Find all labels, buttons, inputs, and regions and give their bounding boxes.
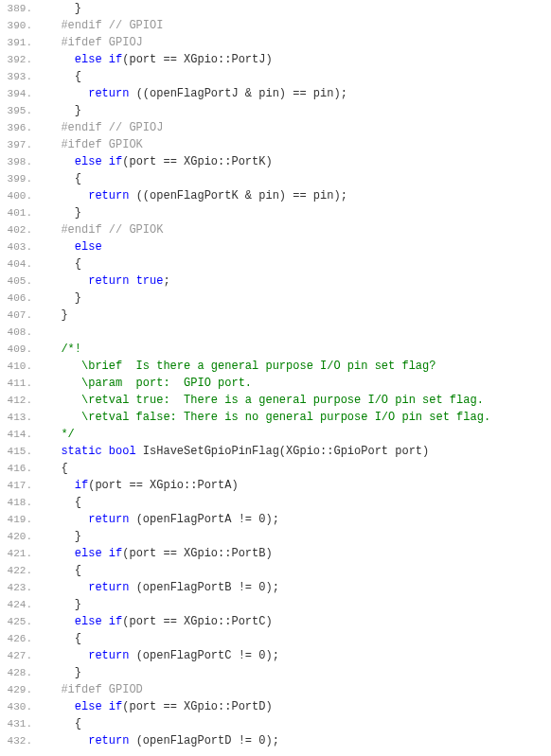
code-line: 431. {: [0, 715, 551, 732]
token-kw: else if: [75, 700, 122, 713]
token-ident: (port == XGpio::PortB): [122, 547, 272, 560]
token-ident: (openFlagPortA != 0);: [129, 513, 278, 526]
code-content: {: [40, 630, 551, 647]
code-line: 395. }: [0, 102, 551, 119]
line-number: 425.: [0, 613, 36, 630]
code-content: else if(port == XGpio::PortK): [40, 153, 551, 170]
code-content: else if(port == XGpio::PortC): [40, 613, 551, 630]
token-ident: (port == XGpio::PortC): [122, 615, 272, 628]
token-ident: [47, 734, 88, 747]
code-line: 427. return (openFlagPortC != 0);: [0, 647, 551, 664]
line-number: 416.: [0, 460, 36, 477]
code-line: 414. */: [0, 426, 551, 443]
code-content: else: [40, 238, 551, 255]
code-line: 407. }: [0, 307, 551, 324]
code-content: #ifdef GPIOJ: [40, 34, 551, 51]
token-doccomment: */: [47, 428, 75, 441]
token-ident: (openFlagPortB != 0);: [129, 581, 278, 594]
line-number: 426.: [0, 630, 36, 647]
line-number: 427.: [0, 647, 36, 664]
token-ident: ((openFlagPortJ & pin) == pin);: [129, 87, 347, 100]
code-line: 409. /*!: [0, 341, 551, 358]
token-ident: {: [47, 172, 81, 185]
code-content: return (openFlagPortB != 0);: [40, 579, 551, 596]
token-ident: }: [47, 308, 68, 322]
code-content: return ((openFlagPortJ & pin) == pin);: [40, 85, 551, 102]
token-ident: (port == XGpio::PortK): [122, 155, 272, 168]
code-content: }: [40, 596, 551, 613]
code-line: 403. else: [0, 238, 551, 255]
line-number: 392.: [0, 51, 36, 68]
code-line: 429. #ifdef GPIOD: [0, 681, 551, 698]
line-number: 403.: [0, 238, 36, 255]
code-line: 432. return (openFlagPortD != 0);: [0, 732, 551, 749]
token-ident: {: [47, 632, 81, 645]
code-content: }: [40, 290, 551, 307]
code-content: else if(port == XGpio::PortJ): [40, 51, 551, 68]
line-number: 404.: [0, 255, 36, 273]
token-comment: #ifdef GPIOD: [47, 683, 143, 696]
token-ident: [47, 700, 75, 713]
token-ident: [47, 513, 88, 526]
code-content: return (openFlagPortC != 0);: [40, 647, 551, 664]
line-number: 411.: [0, 375, 36, 392]
code-content: {: [40, 494, 551, 511]
code-content: \brief Is there a general purpose I/O pi…: [40, 358, 551, 375]
line-number: 408.: [0, 324, 36, 341]
token-kw: return true: [88, 274, 163, 288]
code-line: 400. return ((openFlagPortK & pin) == pi…: [0, 187, 551, 204]
code-content: return (openFlagPortD != 0);: [40, 732, 551, 749]
line-number: 395.: [0, 102, 36, 119]
token-ident: }: [47, 291, 81, 305]
token-ident: [47, 155, 75, 168]
token-ident: }: [47, 206, 81, 220]
code-content: return true;: [40, 273, 551, 290]
token-ident: {: [47, 496, 81, 509]
code-line: 426. {: [0, 630, 551, 647]
token-ident: [47, 240, 75, 254]
code-content: {: [40, 68, 551, 85]
token-doccomment: \brief Is there a general purpose I/O pi…: [47, 360, 435, 373]
token-comment: #endif // GPIOI: [47, 19, 163, 32]
code-line: 410. \brief Is there a general purpose I…: [0, 358, 551, 375]
token-ident: {: [47, 717, 81, 730]
code-content: if(port == XGpio::PortA): [40, 477, 551, 494]
token-kw: return: [88, 513, 129, 526]
code-content: {: [40, 255, 551, 273]
token-ident: IsHaveSetGpioPinFlag(XGpio::GpioPort por…: [136, 445, 430, 458]
code-line: 413. \retval false: There is no general …: [0, 409, 551, 426]
code-line: 399. {: [0, 170, 551, 187]
token-kw: if: [75, 479, 88, 492]
line-number: 389.: [0, 0, 36, 17]
line-number: 424.: [0, 596, 36, 613]
line-number: 409.: [0, 341, 36, 358]
line-number: 394.: [0, 85, 36, 102]
line-number: 398.: [0, 153, 36, 170]
token-ident: }: [47, 104, 81, 117]
code-content: {: [40, 460, 551, 477]
token-kw: else if: [75, 53, 122, 66]
code-listing: 389. }390. #endif // GPIOI391. #ifdef GP…: [0, 0, 551, 749]
token-ident: }: [47, 530, 81, 543]
line-number: 430.: [0, 698, 36, 715]
token-ident: {: [47, 257, 81, 271]
code-line: 401. }: [0, 204, 551, 221]
line-number: 419.: [0, 511, 36, 528]
code-line: 393. {: [0, 68, 551, 85]
code-content: return ((openFlagPortK & pin) == pin);: [40, 187, 551, 204]
token-ident: {: [47, 462, 68, 475]
token-doccomment: \retval true: There is a general purpose…: [47, 394, 484, 407]
code-line: 408.: [0, 324, 551, 341]
code-line: 418. {: [0, 494, 551, 511]
code-line: 424. }: [0, 596, 551, 613]
line-number: 421.: [0, 545, 36, 562]
line-number: 406.: [0, 290, 36, 307]
token-ident: [47, 649, 88, 662]
code-line: 391. #ifdef GPIOJ: [0, 34, 551, 51]
token-kw: static bool: [61, 445, 135, 458]
code-content: else if(port == XGpio::PortD): [40, 698, 551, 715]
token-ident: ((openFlagPortK & pin) == pin);: [129, 189, 347, 202]
line-number: 414.: [0, 426, 36, 443]
code-line: 394. return ((openFlagPortJ & pin) == pi…: [0, 85, 551, 102]
line-number: 428.: [0, 664, 36, 681]
